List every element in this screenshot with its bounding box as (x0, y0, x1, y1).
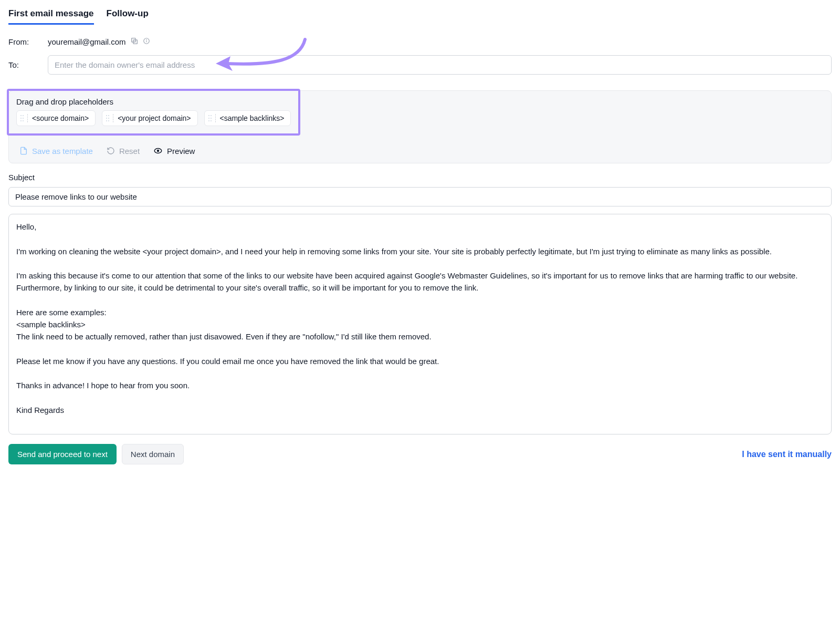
svg-point-15 (106, 120, 107, 121)
grip-icon (106, 114, 113, 122)
svg-point-19 (208, 118, 209, 119)
svg-point-18 (211, 115, 212, 116)
info-icon[interactable] (143, 37, 150, 46)
grip-icon (208, 114, 216, 122)
copy-icon[interactable] (130, 37, 139, 47)
svg-point-16 (108, 120, 109, 121)
svg-point-10 (23, 120, 24, 121)
sent-manually-link[interactable]: I have sent it manually (742, 450, 832, 459)
chip-source-domain[interactable]: <source domain> (16, 110, 96, 126)
svg-point-17 (208, 115, 209, 116)
from-row: From: youremail@gmail.com (8, 37, 832, 47)
next-domain-button[interactable]: Next domain (122, 444, 184, 464)
svg-point-13 (106, 118, 107, 119)
chip-label: <your project domain> (118, 114, 191, 122)
svg-point-4 (146, 39, 146, 40)
svg-point-24 (158, 150, 159, 152)
tabs: First email message Follow-up (8, 8, 832, 25)
editor-toolbar: Save as template Reset Preview (9, 139, 831, 163)
message-body[interactable]: Hello, I'm working on cleaning the websi… (8, 214, 832, 434)
svg-point-20 (211, 118, 212, 119)
grip-icon (20, 114, 28, 122)
svg-point-12 (108, 115, 109, 116)
chip-label: <source domain> (32, 114, 89, 122)
to-row: To: (8, 55, 832, 75)
from-email: youremail@gmail.com (48, 37, 126, 46)
from-label: From: (8, 37, 48, 46)
chip-sample-backlinks[interactable]: <sample backlinks> (204, 110, 291, 126)
tab-first-email[interactable]: First email message (8, 8, 94, 25)
svg-point-6 (23, 115, 24, 116)
placeholders-highlight: Drag and drop placeholders <source domai… (7, 89, 300, 136)
svg-point-8 (23, 118, 24, 119)
subject-input[interactable] (8, 187, 832, 206)
subject-label: Subject (8, 173, 832, 182)
svg-point-5 (20, 115, 22, 116)
svg-point-22 (211, 120, 212, 121)
save-template-button[interactable]: Save as template (19, 146, 93, 156)
svg-point-21 (208, 120, 209, 121)
placeholders-title: Drag and drop placeholders (16, 97, 291, 106)
reset-button[interactable]: Reset (107, 147, 140, 156)
placeholders-panel: Drag and drop placeholders <source domai… (8, 90, 832, 163)
preview-label: Preview (167, 147, 195, 156)
svg-point-11 (106, 115, 107, 116)
send-button[interactable]: Send and proceed to next (8, 444, 117, 464)
to-input[interactable] (48, 55, 832, 75)
save-template-label: Save as template (32, 147, 93, 156)
placeholder-chips: <source domain> <your project domain> <s… (16, 110, 291, 126)
preview-button[interactable]: Preview (153, 146, 195, 156)
chip-project-domain[interactable]: <your project domain> (102, 110, 197, 126)
chip-label: <sample backlinks> (220, 114, 285, 122)
reset-label: Reset (119, 147, 140, 156)
to-label: To: (8, 60, 48, 69)
tab-followup[interactable]: Follow-up (107, 8, 149, 25)
svg-point-9 (20, 120, 22, 121)
from-value-wrap: youremail@gmail.com (48, 37, 150, 47)
svg-point-14 (108, 118, 109, 119)
svg-point-7 (20, 118, 22, 119)
footer: Send and proceed to next Next domain I h… (8, 444, 832, 464)
